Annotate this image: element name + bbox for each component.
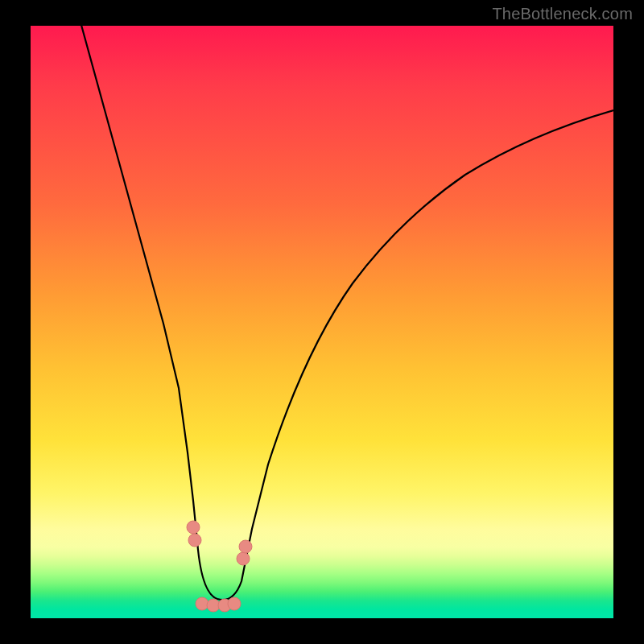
chart-frame: TheBottleneck.com (0, 0, 644, 644)
curve-path (75, 26, 613, 600)
svg-point-2 (196, 597, 208, 610)
plot-area (31, 26, 613, 618)
svg-point-1 (188, 534, 201, 547)
min-markers (187, 521, 252, 612)
svg-point-5 (228, 597, 241, 610)
svg-point-0 (187, 521, 200, 534)
bottleneck-curve (31, 26, 613, 618)
svg-point-6 (237, 552, 250, 565)
watermark-text: TheBottleneck.com (492, 5, 633, 23)
svg-point-7 (239, 540, 252, 553)
